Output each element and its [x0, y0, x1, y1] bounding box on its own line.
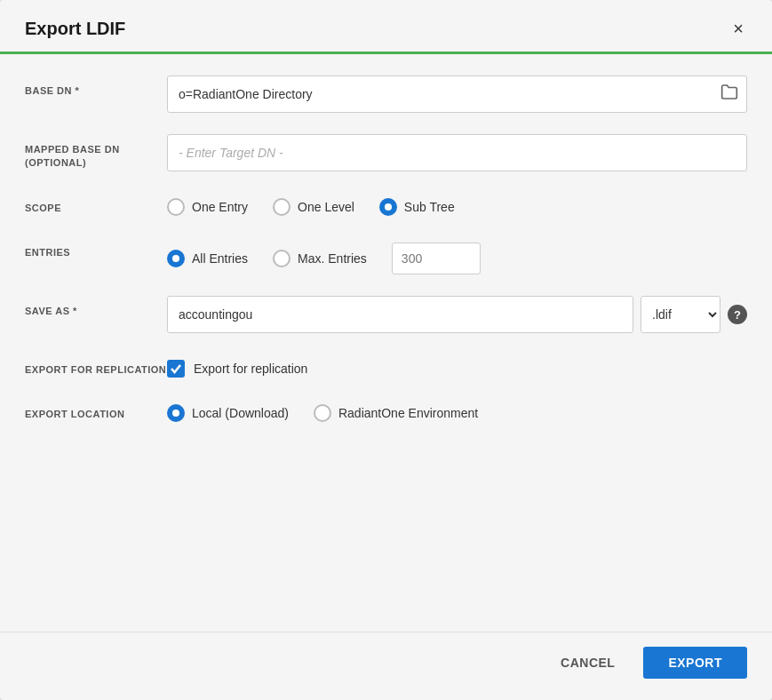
scope-sub-tree[interactable]: Sub Tree [379, 198, 455, 216]
export-location-local-label: Local (Download) [192, 406, 289, 420]
dialog-body: BASE DN * MAPPED BASE DN (OPTIONAL) [0, 54, 772, 632]
export-location-row: EXPORT LOCATION Local (Download) Radiant… [25, 399, 747, 422]
save-as-row: SAVE AS * .ldif .ldap .txt ? [25, 296, 747, 333]
close-button[interactable]: × [729, 16, 747, 41]
base-dn-control [167, 76, 747, 113]
export-location-radiantone-label: RadiantOne Environment [338, 406, 478, 420]
scope-label: SCOPE [25, 193, 167, 215]
scope-row: SCOPE One Entry One Level Sub Tree [25, 193, 747, 216]
scope-one-level-radio[interactable] [273, 198, 290, 216]
save-as-label: SAVE AS * [25, 296, 167, 318]
scope-one-entry[interactable]: One Entry [167, 198, 248, 216]
entries-all-radio[interactable] [167, 250, 185, 267]
mapped-base-dn-label: MAPPED BASE DN (OPTIONAL) [25, 134, 167, 171]
base-dn-label: BASE DN * [25, 76, 167, 98]
scope-one-level[interactable]: One Level [273, 198, 354, 216]
scope-one-entry-radio[interactable] [167, 198, 185, 216]
dialog-title: Export LDIF [25, 19, 125, 39]
base-dn-input-wrap [167, 76, 747, 113]
export-ldif-dialog: Export LDIF × BASE DN * MAPPED BASE DN (… [0, 0, 772, 700]
scope-sub-tree-label: Sub Tree [404, 200, 455, 214]
export-location-label: EXPORT LOCATION [25, 399, 167, 421]
entries-max-label: Max. Entries [298, 251, 367, 266]
export-for-replication-control: Export for replication [167, 354, 747, 378]
export-location-local[interactable]: Local (Download) [167, 404, 289, 422]
export-for-replication-checkbox-row: Export for replication [167, 354, 747, 378]
entries-control: All Entries Max. Entries [167, 237, 747, 274]
entries-all[interactable]: All Entries [167, 250, 248, 267]
entries-label: ENTRIES [25, 237, 167, 259]
cancel-button[interactable]: CANCEL [546, 648, 629, 677]
mapped-base-dn-input[interactable] [167, 134, 747, 171]
scope-sub-tree-radio[interactable] [379, 198, 397, 216]
entries-options-row: All Entries Max. Entries [167, 237, 747, 274]
max-entries-input[interactable] [392, 243, 481, 274]
entries-max-radio[interactable] [273, 250, 290, 267]
base-dn-input[interactable] [167, 76, 747, 113]
entries-max[interactable]: Max. Entries [273, 250, 367, 267]
scope-one-level-label: One Level [298, 200, 354, 214]
export-location-radiantone[interactable]: RadiantOne Environment [314, 404, 478, 422]
save-as-input[interactable] [167, 296, 633, 333]
export-location-local-radio[interactable] [167, 404, 185, 422]
export-for-replication-row: EXPORT FOR REPLICATION Export for replic… [25, 354, 747, 378]
entries-row: ENTRIES All Entries Max. Entries [25, 237, 747, 274]
mapped-base-dn-row: MAPPED BASE DN (OPTIONAL) [25, 134, 747, 171]
save-as-input-row: .ldif .ldap .txt ? [167, 296, 747, 333]
help-icon[interactable]: ? [728, 305, 747, 324]
dialog-footer: CANCEL EXPORT [0, 632, 772, 700]
export-button[interactable]: EXPORT [643, 647, 747, 679]
save-as-ext-select[interactable]: .ldif .ldap .txt [641, 296, 720, 333]
dialog-header: Export LDIF × [0, 0, 772, 52]
scope-control: One Entry One Level Sub Tree [167, 193, 747, 216]
base-dn-row: BASE DN * [25, 76, 747, 113]
save-as-control: .ldif .ldap .txt ? [167, 296, 747, 333]
export-for-replication-text: Export for replication [194, 362, 307, 376]
scope-one-entry-label: One Entry [192, 200, 248, 214]
export-location-radiantone-radio[interactable] [314, 404, 331, 422]
export-for-replication-checkbox[interactable] [167, 360, 185, 378]
export-location-radio-group: Local (Download) RadiantOne Environment [167, 399, 747, 422]
entries-all-label: All Entries [192, 251, 248, 266]
scope-radio-group: One Entry One Level Sub Tree [167, 193, 747, 216]
mapped-base-dn-control [167, 134, 747, 171]
export-location-control: Local (Download) RadiantOne Environment [167, 399, 747, 422]
export-for-replication-label: EXPORT FOR REPLICATION [25, 354, 167, 377]
